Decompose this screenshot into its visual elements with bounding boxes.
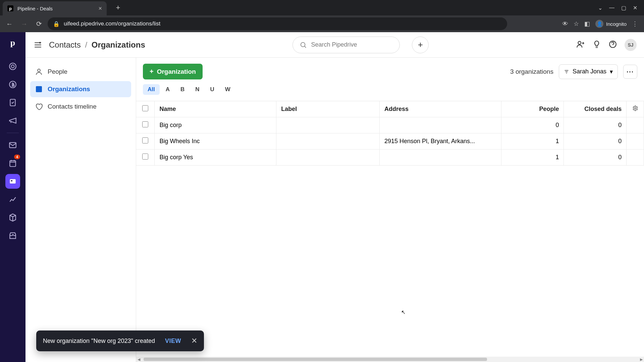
table-row[interactable]: Big corp Yes10 (136, 149, 644, 166)
invite-icon[interactable] (576, 40, 585, 50)
rail-item-target[interactable] (5, 59, 20, 74)
rail-item-mail[interactable] (5, 138, 20, 153)
alpha-tab-all[interactable]: All (143, 84, 160, 95)
row-select[interactable] (136, 149, 155, 166)
close-window-icon[interactable]: ✕ (633, 5, 637, 11)
menu-toggle[interactable] (33, 40, 43, 50)
scrollbar-thumb[interactable] (144, 358, 487, 361)
svg-rect-14 (40, 87, 41, 88)
add-button-label: Organization (157, 68, 196, 75)
column-address[interactable]: Address (379, 101, 501, 117)
list-toolbar: + Organization 3 organizations Sarah Jon… (136, 58, 644, 79)
incognito-badge[interactable]: 👤 Incognito (595, 20, 627, 28)
scroll-left-icon[interactable]: ◀ (138, 357, 140, 362)
row-checkbox[interactable] (142, 121, 148, 127)
column-closed-deals[interactable]: Closed deals (564, 101, 627, 117)
rail-item-activities[interactable] (5, 95, 20, 110)
horizontal-scrollbar[interactable]: ◀ ▶ (136, 357, 644, 362)
alpha-tab-n[interactable]: N (191, 84, 204, 95)
address-bar: ← → ⟳ 🔒 uifeed.pipedrive.com/organizatio… (0, 15, 644, 32)
back-button[interactable]: ← (3, 18, 15, 30)
url-box[interactable]: 🔒 uifeed.pipedrive.com/organizations/lis… (48, 17, 507, 30)
user-avatar[interactable]: SJ (625, 39, 637, 51)
forward-button[interactable]: → (18, 18, 30, 30)
rail-item-contacts[interactable] (5, 174, 20, 189)
column-name[interactable]: Name (155, 101, 276, 117)
rail-item-deals[interactable] (5, 77, 20, 92)
plus-icon: + (150, 68, 154, 75)
quick-add-button[interactable]: + (412, 37, 429, 53)
cell-address (379, 117, 501, 133)
table-row[interactable]: Big corp00 (136, 117, 644, 133)
tab-title: Pipeline - Deals (17, 6, 94, 11)
alpha-tab-a[interactable]: A (161, 84, 174, 95)
cell-address: 2915 Henson Pl, Bryant, Arkans... (379, 133, 501, 149)
cell-name[interactable]: Big Wheels Inc (155, 133, 276, 149)
kebab-menu-icon[interactable]: ⋮ (632, 20, 638, 27)
breadcrumb-separator: / (85, 40, 87, 49)
cell-closed-deals: 0 (564, 117, 627, 133)
incognito-label: Incognito (606, 21, 627, 27)
organization-icon (35, 85, 43, 93)
chevron-down-icon[interactable]: ⌄ (598, 5, 602, 11)
more-actions-button[interactable]: ⋯ (623, 65, 637, 79)
maximize-icon[interactable]: ▢ (621, 5, 626, 11)
table-row[interactable]: Big Wheels Inc2915 Henson Pl, Bryant, Ar… (136, 133, 644, 149)
new-tab-button[interactable]: + (113, 2, 123, 13)
cell-name[interactable]: Big corp Yes (155, 149, 276, 166)
lightbulb-icon[interactable] (592, 40, 601, 50)
breadcrumb-root[interactable]: Contacts (49, 40, 81, 49)
cell-name[interactable]: Big corp (155, 117, 276, 133)
cell-label (276, 117, 380, 133)
toast-view-link[interactable]: VIEW (165, 338, 181, 345)
nav-rail: p 4 (0, 32, 25, 362)
rail-divider (7, 133, 19, 133)
row-checkbox[interactable] (142, 137, 148, 143)
column-settings[interactable] (627, 101, 644, 117)
search-box[interactable] (292, 37, 400, 53)
eye-off-icon[interactable]: 👁 (562, 20, 568, 27)
alpha-tab-b[interactable]: B (176, 84, 189, 95)
cell-people: 0 (501, 117, 564, 133)
column-people[interactable]: People (501, 101, 564, 117)
svg-point-8 (301, 42, 305, 47)
scroll-right-icon[interactable]: ▶ (640, 357, 643, 362)
reload-button[interactable]: ⟳ (33, 18, 45, 30)
extension-icon[interactable]: ◧ (584, 20, 590, 27)
alpha-tab-w[interactable]: W (220, 84, 235, 95)
alpha-tab-u[interactable]: U (206, 84, 219, 95)
sidebar-item-people[interactable]: People (30, 64, 131, 80)
close-tab-icon[interactable]: × (98, 5, 102, 12)
brand-logo[interactable]: p (7, 37, 19, 49)
toast-close-icon[interactable]: ✕ (191, 337, 197, 345)
sidebar-item-timeline[interactable]: Contacts timeline (30, 99, 131, 115)
select-all-header[interactable] (136, 101, 155, 117)
column-label[interactable]: Label (276, 101, 380, 117)
tab-favicon: p (7, 5, 13, 11)
svg-rect-15 (37, 90, 38, 91)
rail-item-marketplace[interactable] (5, 228, 20, 243)
toast-message: New organization "New org 2023" created (43, 338, 155, 345)
help-icon[interactable] (608, 40, 617, 50)
sidebar-item-organizations[interactable]: Organizations (30, 81, 131, 97)
browser-tab[interactable]: p Pipeline - Deals × (3, 1, 107, 15)
app: p 4 Contacts / Organizations (0, 32, 644, 362)
row-select[interactable] (136, 117, 155, 133)
select-all-checkbox[interactable] (142, 105, 148, 111)
row-checkbox[interactable] (142, 154, 148, 160)
rail-item-insights[interactable] (5, 192, 20, 207)
owner-filter[interactable]: Sarah Jonas ▾ (559, 64, 618, 79)
rail-item-campaigns[interactable] (5, 113, 20, 128)
rail-item-products[interactable] (5, 210, 20, 225)
rail-item-calendar[interactable]: 4 (5, 156, 20, 171)
star-icon[interactable]: ☆ (574, 20, 579, 27)
breadcrumb: Contacts / Organizations (49, 40, 145, 50)
rail-badge: 4 (14, 155, 20, 159)
mouse-cursor: ↖ (401, 309, 406, 315)
add-organization-button[interactable]: + Organization (143, 64, 203, 79)
row-select[interactable] (136, 133, 155, 149)
search-input[interactable] (311, 41, 393, 48)
list-area: + Organization 3 organizations Sarah Jon… (136, 58, 644, 362)
table-wrap: Name Label Address People Closed deals B… (136, 101, 644, 357)
minimize-icon[interactable]: — (609, 5, 614, 11)
